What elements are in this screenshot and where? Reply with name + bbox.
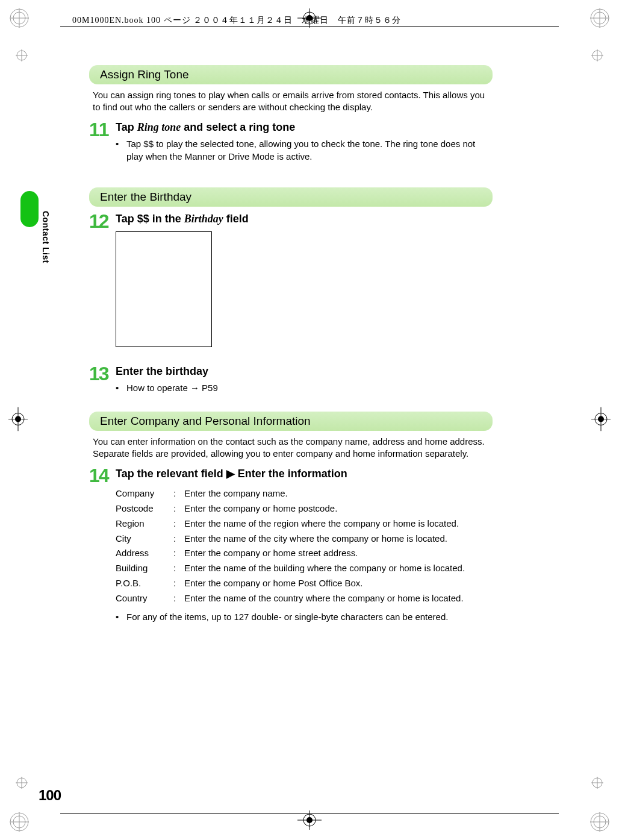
colon: : <box>173 561 184 576</box>
field-desc: Enter the company or home street address… <box>184 546 493 561</box>
field-row: Address:Enter the company or home street… <box>116 546 493 561</box>
step-14-title: Tap the relevant field ▶ Enter the infor… <box>116 467 493 480</box>
step-number: 11 <box>89 120 116 139</box>
side-tab <box>20 191 39 227</box>
step-13-title: Enter the birthday <box>116 365 493 378</box>
step-14: 14 Tap the relevant field ▶ Enter the in… <box>89 466 493 624</box>
bullet-dot: • <box>116 610 126 624</box>
reg-mark-right-center <box>591 407 611 433</box>
step-number: 13 <box>89 364 116 383</box>
field-label: Postcode <box>116 501 173 516</box>
step-11-title-em: Ring tone <box>137 121 181 133</box>
step-12: 12 Tap $$ in the Birthday field <box>89 212 493 360</box>
field-label: Address <box>116 546 173 561</box>
field-label: Building <box>116 561 173 576</box>
header-text: 00M1000EN.book 100 ページ ２００４年１１月２４日 水曜日 午… <box>72 15 401 26</box>
field-desc: Enter the company or home Post Office Bo… <box>184 576 493 591</box>
ringtone-intro: You can assign ring tones to play when c… <box>93 89 493 114</box>
field-row: Postcode:Enter the company or home postc… <box>116 501 493 516</box>
footer-rule <box>60 813 559 814</box>
field-desc: Enter the company or home postcode. <box>184 501 493 516</box>
reg-dot-left-top <box>16 49 28 63</box>
step-number: 12 <box>89 212 116 231</box>
header-rule <box>60 26 559 27</box>
step-11-title-post: and select a ring tone <box>181 121 295 133</box>
field-label: City <box>116 531 173 547</box>
step-14-note: • For any of the items, up to 127 double… <box>116 610 493 624</box>
section-header-birthday: Enter the Birthday <box>89 187 493 207</box>
colon: : <box>173 546 184 561</box>
field-row: City:Enter the name of the city where th… <box>116 531 493 547</box>
screenshot-placeholder <box>116 231 212 347</box>
step-11: 11 Tap Ring tone and select a ring tone … <box>89 120 493 164</box>
page-content: Assign Ring Tone You can assign ring ton… <box>89 65 493 626</box>
step-14-note-text: For any of the items, up to 127 double- … <box>126 610 448 624</box>
field-desc: Enter the name of the city where the com… <box>184 531 493 547</box>
page-number: 100 <box>39 787 61 804</box>
reg-dot-right-bottom <box>591 777 603 791</box>
field-desc: Enter the company name. <box>184 486 493 501</box>
reg-mark-bottom-right <box>590 812 609 832</box>
field-row: Company:Enter the company name. <box>116 486 493 501</box>
step-13: 13 Enter the birthday • How to operate →… <box>89 364 493 395</box>
field-desc: Enter the name of the region where the c… <box>184 516 493 531</box>
step-13-bullet-text: How to operate → P59 <box>126 381 218 395</box>
colon: : <box>173 516 184 531</box>
reg-dot-right-top <box>591 49 603 63</box>
reg-mark-top-right <box>590 8 609 28</box>
bullet-dot: • <box>116 381 126 395</box>
bullet-dot: • <box>116 137 126 164</box>
colon: : <box>173 501 184 516</box>
step-number: 14 <box>89 466 116 485</box>
step-12-title-pre: Tap $$ in the <box>116 213 184 225</box>
step-11-title: Tap Ring tone and select a ring tone <box>116 121 493 134</box>
field-row: Region:Enter the name of the region wher… <box>116 516 493 531</box>
colon: : <box>173 486 184 501</box>
section-header-company: Enter Company and Personal Information <box>89 412 493 431</box>
step-12-title-post: field <box>223 213 249 225</box>
field-desc: Enter the name of the building where the… <box>184 561 493 576</box>
field-label: Company <box>116 486 173 501</box>
field-row: P.O.B.:Enter the company or home Post Of… <box>116 576 493 591</box>
field-row: Country:Enter the name of the country wh… <box>116 591 493 606</box>
step-11-title-pre: Tap <box>116 121 137 133</box>
company-intro: You can enter information on the contact… <box>93 436 493 460</box>
field-desc: Enter the name of the country where the … <box>184 591 493 606</box>
step-12-title-em: Birthday <box>184 213 223 225</box>
reg-mark-left-center <box>8 407 28 433</box>
colon: : <box>173 531 184 547</box>
reg-mark-top-left <box>10 8 29 28</box>
reg-dot-left-bottom <box>16 777 28 791</box>
step-11-bullet-text: Tap $$ to play the selected tone, allowi… <box>126 137 493 164</box>
field-label: Region <box>116 516 173 531</box>
field-row: Building:Enter the name of the building … <box>116 561 493 576</box>
step-13-bullet: • How to operate → P59 <box>116 381 493 395</box>
field-label: Country <box>116 591 173 606</box>
step-11-bullet: • Tap $$ to play the selected tone, allo… <box>116 137 493 164</box>
section-header-ringtone: Assign Ring Tone <box>89 65 493 84</box>
field-label: P.O.B. <box>116 576 173 591</box>
side-label: Contact List <box>41 211 51 263</box>
step-12-title: Tap $$ in the Birthday field <box>116 213 493 225</box>
field-table: Company:Enter the company name. Postcode… <box>116 486 493 606</box>
reg-mark-bottom-left <box>10 812 29 832</box>
colon: : <box>173 591 184 606</box>
colon: : <box>173 576 184 591</box>
